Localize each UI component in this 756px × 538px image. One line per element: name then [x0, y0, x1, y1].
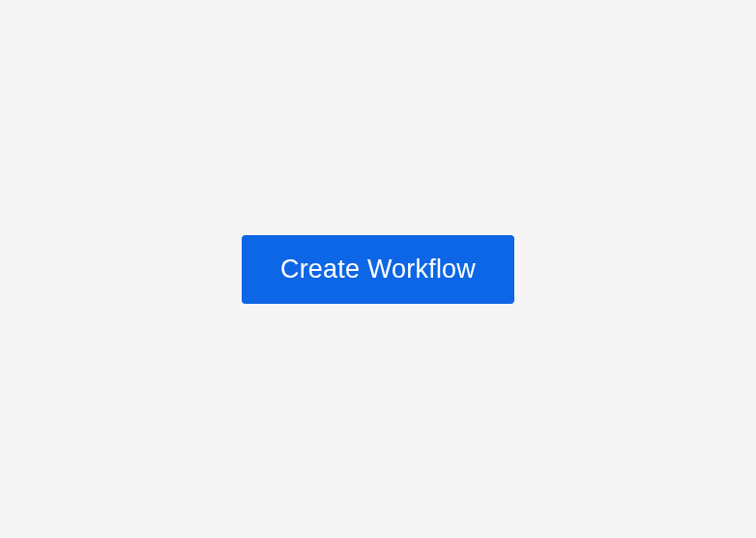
create-workflow-button[interactable]: Create Workflow — [242, 235, 514, 304]
